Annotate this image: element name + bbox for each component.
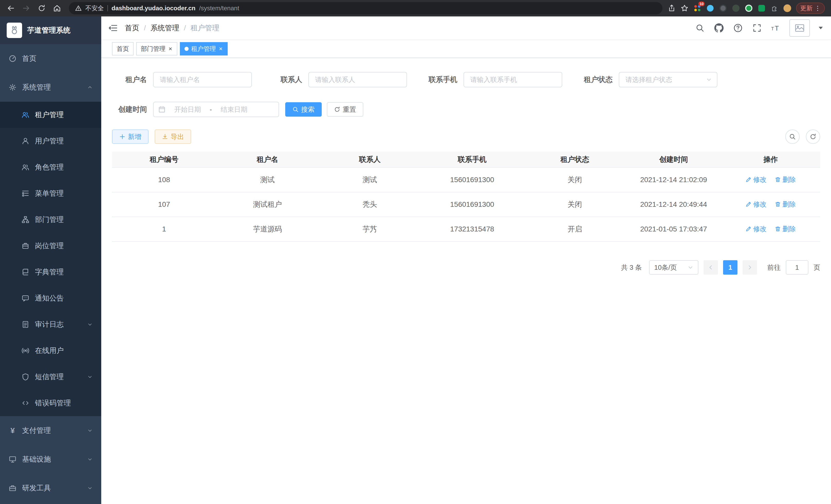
- edit-button[interactable]: 修改: [745, 200, 767, 209]
- delete-button[interactable]: 删除: [775, 225, 796, 234]
- table-row: 107 测试租户 秃头 15601691300 关闭 2021-12-14 20…: [112, 192, 820, 217]
- tenant-name-input[interactable]: [153, 72, 252, 87]
- role-peoples-icon: [22, 164, 29, 171]
- tab-home[interactable]: 首页: [112, 42, 134, 56]
- start-date-input[interactable]: [168, 106, 208, 114]
- address-bar[interactable]: 不安全 dashboard.yudao.iocoder.cn/system/te…: [69, 2, 662, 14]
- fullscreen-button[interactable]: [751, 22, 763, 34]
- refresh-icon: [810, 133, 816, 140]
- delete-button[interactable]: 删除: [775, 200, 796, 209]
- extension-dark-sphere-icon[interactable]: [719, 4, 727, 12]
- extension-colored-dots-icon[interactable]: 10: [693, 4, 701, 12]
- sidebar-toggle-button[interactable]: [101, 16, 125, 40]
- github-icon: [714, 23, 724, 33]
- phone-input[interactable]: [463, 72, 562, 87]
- end-date-input[interactable]: [214, 106, 254, 114]
- sidebar-item-audit-log[interactable]: 审计日志: [0, 312, 101, 337]
- cell-status: 关闭: [523, 168, 626, 192]
- sidebar-item-dict[interactable]: 字典管理: [0, 259, 101, 285]
- extension-blue-icon[interactable]: [706, 4, 714, 12]
- top-navbar: 首页 / 系统管理 / 租户管理: [101, 17, 831, 40]
- prev-page-button[interactable]: [704, 260, 718, 275]
- extension-dark-green-icon[interactable]: [732, 4, 740, 12]
- search-icon: [292, 106, 298, 113]
- add-button[interactable]: 新增: [112, 129, 148, 144]
- sidebar-item-user[interactable]: 用户管理: [0, 128, 101, 154]
- breadcrumb-home[interactable]: 首页: [125, 23, 139, 33]
- browser-home-button[interactable]: [50, 2, 64, 15]
- sidebar-item-dept[interactable]: 部门管理: [0, 207, 101, 233]
- chevron-down-icon: [87, 322, 92, 327]
- search-icon: [695, 24, 704, 32]
- contact-input[interactable]: [308, 72, 407, 87]
- download-icon: [162, 134, 168, 140]
- search-button[interactable]: 搜索: [285, 102, 322, 117]
- sidebar-item-online-user[interactable]: 在线用户: [0, 337, 101, 364]
- tenant-status-select[interactable]: 请选择租户状态: [619, 72, 717, 87]
- bookmark-star-icon[interactable]: [681, 4, 689, 12]
- cell-status: 开启: [523, 217, 626, 241]
- sidebar-item-dev-tools[interactable]: 研发工具: [0, 474, 101, 502]
- share-icon[interactable]: [667, 4, 676, 12]
- github-link-button[interactable]: [713, 22, 725, 34]
- tab-dept[interactable]: 部门管理 ×: [136, 42, 177, 56]
- sidebar-item-system[interactable]: 系统管理: [0, 73, 101, 102]
- user-avatar[interactable]: [790, 19, 810, 37]
- app-logo[interactable]: 芋道管理系统: [0, 17, 101, 44]
- sidebar-item-role[interactable]: 角色管理: [0, 154, 101, 180]
- create-time-range-picker[interactable]: -: [153, 102, 279, 117]
- message-icon: [22, 294, 29, 302]
- table-row: 108 测试 测试 15601691300 关闭 2021-12-14 21:0…: [112, 168, 820, 192]
- page-size-select[interactable]: 10条/页: [649, 260, 698, 275]
- delete-button[interactable]: 删除: [775, 175, 796, 184]
- blue-circle: [707, 5, 714, 11]
- refresh-table-button[interactable]: [806, 129, 820, 144]
- browser-profile-avatar[interactable]: [783, 4, 792, 12]
- extension-badge: 10: [698, 2, 705, 6]
- cell-tenant-name: 芋道源码: [216, 217, 319, 241]
- font-size-button[interactable]: TT: [770, 22, 782, 34]
- close-tab-icon[interactable]: ×: [168, 46, 173, 52]
- user-dropdown-caret[interactable]: [819, 27, 823, 29]
- tenant-name-label: 租户名: [112, 75, 147, 85]
- extension-green-square-icon[interactable]: [757, 4, 766, 12]
- browser-refresh-button[interactable]: [35, 2, 48, 15]
- next-page-button[interactable]: [743, 260, 757, 275]
- filter-row-1: 租户名 联系人 联系手机 租户状态 请选择租户状态: [112, 72, 820, 87]
- page-number-current[interactable]: 1: [723, 260, 738, 275]
- edit-button[interactable]: 修改: [745, 225, 767, 234]
- extension-green-circle-icon[interactable]: [745, 4, 753, 12]
- sidebar-item-home[interactable]: 首页: [0, 44, 101, 73]
- browser-back-button[interactable]: [4, 2, 18, 15]
- sidebar-item-error-code[interactable]: 错误码管理: [0, 390, 101, 416]
- sidebar-item-sms[interactable]: 短信管理: [0, 364, 101, 390]
- reset-button[interactable]: 重置: [327, 102, 363, 117]
- dot-red: [694, 5, 697, 8]
- system-submenu: 租户管理 用户管理 角色管理 菜单管理: [0, 102, 101, 416]
- screen: 不安全 dashboard.yudao.iocoder.cn/system/te…: [0, 0, 831, 504]
- sidebar-item-post[interactable]: 岗位管理: [0, 233, 101, 259]
- help-button[interactable]: [732, 22, 744, 34]
- close-tab-icon[interactable]: ×: [219, 46, 223, 52]
- browser-update-button[interactable]: 更新 ⋮: [796, 3, 825, 14]
- sidebar-item-notice[interactable]: 通知公告: [0, 285, 101, 312]
- header-search-button[interactable]: [694, 22, 706, 34]
- sidebar-item-payment[interactable]: ¥ 支付管理: [0, 416, 101, 445]
- tenant-table: 租户编号 租户名 联系人 联系手机 租户状态 创建时间 操作 108 测试: [112, 152, 820, 242]
- breadcrumb-system[interactable]: 系统管理: [150, 23, 179, 33]
- browser-forward-button[interactable]: [20, 2, 33, 15]
- security-label: 不安全: [85, 4, 104, 12]
- cell-phone: 17321315478: [421, 217, 524, 241]
- goto-page-input[interactable]: [786, 260, 808, 275]
- extension-puzzle-icon[interactable]: [770, 4, 779, 12]
- sidebar-item-tenant[interactable]: 租户管理: [0, 102, 101, 128]
- edit-button[interactable]: 修改: [745, 175, 767, 184]
- sidebar-item-infrastructure[interactable]: 基础设施: [0, 445, 101, 474]
- toggle-search-button[interactable]: [785, 129, 800, 144]
- tab-tenant[interactable]: 租户管理 ×: [180, 42, 228, 56]
- export-button[interactable]: 导出: [155, 129, 191, 144]
- col-created: 创建时间: [626, 152, 721, 168]
- logo-image: [7, 23, 22, 38]
- col-actions: 操作: [721, 152, 820, 168]
- sidebar-item-menu[interactable]: 菜单管理: [0, 180, 101, 207]
